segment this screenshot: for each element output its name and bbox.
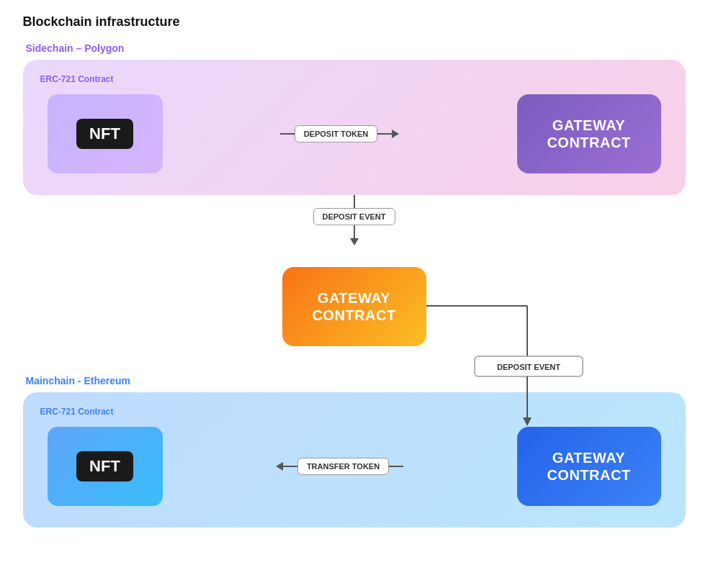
deposit-event-box-right bbox=[475, 356, 583, 376]
gateway-contract-middle-label: GATEWAYCONTRACT bbox=[312, 289, 395, 324]
top-flow: NFT DEPOSIT TOKEN GATEWAYCONTRACT bbox=[40, 94, 668, 173]
arrow-tip-down-1 bbox=[350, 238, 359, 245]
v-line-2 bbox=[354, 225, 355, 238]
diagram-container: Blockchain infrastructure Sidechain – Po… bbox=[23, 14, 686, 528]
gateway-contract-sidechain: GATEWAYCONTRACT bbox=[517, 94, 661, 173]
transfer-token-label: TRANSFER TOKEN bbox=[297, 458, 389, 475]
sidechain-label: Sidechain – Polygon bbox=[26, 42, 686, 54]
page-title: Blockchain infrastructure bbox=[23, 14, 686, 30]
arrow-line-2 bbox=[377, 133, 392, 135]
sidechain-box: ERC-721 Contract NFT DEPOSIT TOKEN GATEW… bbox=[23, 60, 686, 195]
deposit-event-label-1: DEPOSIT EVENT bbox=[313, 208, 395, 225]
gateway-contract-mainchain: GATEWAYCONTRACT bbox=[517, 427, 661, 506]
arrow-line-3 bbox=[283, 466, 297, 467]
v-line-1 bbox=[354, 195, 355, 208]
deposit-event-text-right: DEPOSIT EVENT bbox=[496, 363, 560, 371]
arrow-line-4 bbox=[389, 466, 403, 467]
gateway-contract-middle: GATEWAYCONTRACT bbox=[282, 267, 426, 346]
nft-label-mainchain: NFT bbox=[76, 451, 133, 481]
nft-label-sidechain: NFT bbox=[76, 119, 133, 149]
nft-box-mainchain: NFT bbox=[48, 427, 163, 506]
arrow-line-1 bbox=[280, 133, 295, 135]
nft-box-sidechain: NFT bbox=[48, 94, 163, 173]
arrow-tip-left bbox=[276, 462, 283, 471]
arrow-tip-right bbox=[392, 130, 399, 138]
orange-gateway-area: GATEWAYCONTRACT bbox=[23, 267, 686, 353]
deposit-event-connector-1: DEPOSIT EVENT bbox=[23, 195, 686, 267]
bottom-flow: NFT TRANSFER TOKEN GATEWAYCONTRACT bbox=[40, 427, 668, 506]
gateway-contract-sidechain-label: GATEWAYCONTRACT bbox=[547, 117, 630, 151]
mainchain-box: ERC-721 Contract NFT TRANSFER TOKEN GATE… bbox=[23, 392, 686, 528]
mainchain-erc-label: ERC-721 Contract bbox=[40, 407, 668, 417]
mainchain-label: Mainchain - Ethereum bbox=[26, 375, 686, 386]
deposit-token-arrow: DEPOSIT TOKEN bbox=[163, 125, 517, 143]
deposit-token-label: DEPOSIT TOKEN bbox=[295, 125, 378, 143]
sidechain-erc-label: ERC-721 Contract bbox=[40, 74, 668, 84]
gateway-contract-mainchain-label: GATEWAYCONTRACT bbox=[547, 449, 630, 484]
transfer-token-arrow: TRANSFER TOKEN bbox=[163, 458, 517, 475]
